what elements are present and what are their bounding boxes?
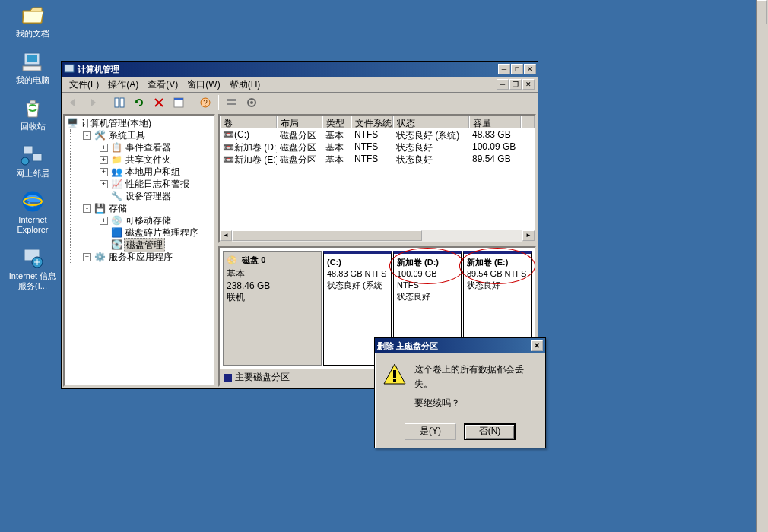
drive-icon: 📼 (223, 154, 234, 165)
scrollbar-thumb[interactable] (757, 0, 767, 24)
close-icon[interactable]: ✕ (531, 340, 543, 351)
mdi-minimize-button[interactable]: ─ (497, 79, 509, 90)
event-icon: 📋 (110, 141, 122, 154)
back-button[interactable] (65, 94, 81, 111)
tree-device-manager[interactable]: 🔧设备管理器 (100, 190, 212, 202)
delete-partition-dialog: 删除 主磁盘分区 ✕ 这个卷上的所有数据都会丢失。 要继续吗？ 是(Y) 否(N… (374, 337, 546, 448)
toolbar: ? (62, 92, 538, 112)
expand-icon[interactable]: + (83, 253, 91, 261)
tree-disk-management[interactable]: 💽磁盘管理 (100, 239, 212, 251)
volume-row[interactable]: 📼新加卷 (D:) 磁盘分区 基本 NTFS 状态良好 100.09 GB (220, 141, 535, 153)
tree-system-tools[interactable]: -🛠️系统工具 (83, 129, 212, 141)
desktop-icon-iis[interactable]: Internet 信息服务(I... (6, 245, 59, 291)
tree-root[interactable]: 🖥️计算机管理(本地) (66, 117, 212, 129)
expand-icon[interactable]: + (100, 180, 108, 188)
scrollbar-thumb[interactable] (232, 230, 422, 241)
svg-text:?: ? (203, 99, 208, 107)
toolbar-btn-1[interactable] (111, 94, 128, 111)
collapse-icon[interactable]: - (83, 204, 91, 213)
svg-rect-3 (24, 146, 33, 154)
refresh-button[interactable] (131, 94, 148, 111)
mdi-restore-button[interactable]: ❐ (509, 79, 522, 90)
svg-rect-22 (393, 379, 396, 382)
tree-storage[interactable]: -💾存储 (83, 202, 212, 214)
legend-label: 主要磁盘分区 (235, 371, 290, 384)
mdi-close-button[interactable]: ✕ (522, 79, 535, 90)
properties-button[interactable] (170, 94, 187, 111)
page-scrollbar[interactable] (756, 0, 768, 532)
desktop-icon-ie[interactable]: Internet Explorer (6, 189, 59, 235)
col-layout[interactable]: 布局 (277, 116, 322, 128)
menu-help[interactable]: 帮助(H) (225, 77, 265, 93)
tools-icon: 🛠️ (94, 129, 106, 141)
disk-info[interactable]: 📀 磁盘 0 基本 238.46 GB 联机 (223, 251, 322, 366)
defrag-icon: 🟦 (110, 226, 122, 239)
expand-icon[interactable]: + (100, 168, 108, 176)
tree-shared-folders[interactable]: +📁共享文件夹 (100, 154, 212, 166)
desktop-icon-network[interactable]: 网上邻居 (6, 143, 59, 179)
storage-icon: 💾 (94, 202, 106, 214)
maximize-button[interactable]: □ (511, 64, 523, 74)
dialog-titlebar[interactable]: 删除 主磁盘分区 ✕ (375, 338, 545, 353)
iis-icon (21, 245, 45, 270)
dialog-title: 删除 主磁盘分区 (377, 340, 531, 352)
expand-icon[interactable]: + (100, 144, 108, 152)
col-volume[interactable]: 卷 (220, 116, 277, 128)
menu-window[interactable]: 窗口(W) (182, 77, 224, 93)
desktop-icon-label: Internet Explorer (6, 215, 59, 235)
legend-swatch (224, 374, 232, 382)
tree-perf-logs[interactable]: +📈性能日志和警报 (100, 178, 212, 190)
col-status[interactable]: 状态 (393, 116, 469, 128)
collapse-icon[interactable]: - (83, 131, 91, 140)
svg-rect-10 (65, 65, 74, 72)
computer-icon (21, 49, 45, 74)
delete-button[interactable] (151, 94, 167, 111)
scroll-left-button[interactable]: ◄ (220, 230, 232, 241)
menu-view[interactable]: 查看(V) (143, 77, 182, 93)
tree-local-users[interactable]: +👥本地用户和组 (100, 166, 212, 178)
col-type[interactable]: 类型 (322, 116, 351, 128)
toolbar-btn-view[interactable] (224, 94, 240, 111)
volume-row[interactable]: 📼(C:) 磁盘分区 基本 NTFS 状态良好 (系统) 48.83 GB (220, 128, 535, 141)
svg-rect-1 (27, 55, 37, 62)
drive-icon: 📼 (223, 142, 234, 153)
volume-row[interactable]: 📼新加卷 (E:) 磁盘分区 基本 NTFS 状态良好 89.54 GB (220, 153, 535, 165)
col-fs[interactable]: 文件系统 (351, 116, 393, 128)
svg-rect-17 (227, 99, 236, 101)
no-button[interactable]: 否(N) (464, 423, 516, 440)
dialog-message: 这个卷上的所有数据都会丢失。 要继续吗？ (414, 363, 538, 411)
services-icon: ⚙️ (94, 251, 106, 263)
desktop-icon-recyclebin[interactable]: 回收站 (6, 96, 59, 131)
menubar: 文件(F) 操作(A) 查看(V) 窗口(W) 帮助(H) ─ ❐ ✕ (62, 77, 538, 92)
expand-icon[interactable]: + (100, 156, 108, 164)
close-button[interactable]: ✕ (524, 64, 536, 74)
desktop-icon-mydocs[interactable]: 我的文档 (6, 3, 59, 39)
svg-rect-11 (115, 98, 119, 107)
tree-event-viewer[interactable]: +📋事件查看器 (100, 141, 212, 154)
network-icon (21, 143, 45, 167)
volume-list[interactable]: 卷 布局 类型 文件系统 状态 容量 📼(C:) 磁盘分区 基本 NTFS 状态… (218, 114, 536, 243)
forward-button[interactable] (84, 94, 101, 111)
help-button[interactable]: ? (197, 94, 214, 111)
yes-button[interactable]: 是(Y) (405, 423, 456, 440)
svg-point-20 (250, 101, 253, 104)
device-icon: 🔧 (110, 190, 122, 202)
svg-rect-12 (120, 98, 124, 107)
col-capacity[interactable]: 容量 (469, 116, 521, 128)
menu-operation[interactable]: 操作(A) (103, 77, 143, 93)
toolbar-btn-settings[interactable] (243, 94, 260, 111)
desktop-icon-mycomputer[interactable]: 我的电脑 (6, 49, 59, 85)
expand-icon[interactable]: + (100, 217, 108, 225)
recycle-icon (21, 96, 45, 120)
minimize-button[interactable]: ─ (498, 64, 510, 74)
window-titlebar[interactable]: 计算机管理 ─ □ ✕ (62, 62, 538, 77)
horizontal-scrollbar[interactable]: ◄ ► (220, 230, 535, 242)
tree-services-apps[interactable]: +⚙️服务和应用程序 (83, 251, 212, 263)
tree-panel[interactable]: 🖥️计算机管理(本地) -🛠️系统工具 +📋事件查看器 +📁共享文件夹 +👥本地… (63, 114, 215, 387)
desktop-icon-label: 网上邻居 (16, 169, 49, 179)
menu-file[interactable]: 文件(F) (65, 77, 103, 93)
svg-rect-18 (227, 103, 236, 105)
desktop-icon-label: Internet 信息服务(I... (6, 271, 59, 291)
scroll-right-button[interactable]: ► (522, 230, 535, 241)
tree-removable-storage[interactable]: +💿可移动存储 (100, 214, 212, 226)
